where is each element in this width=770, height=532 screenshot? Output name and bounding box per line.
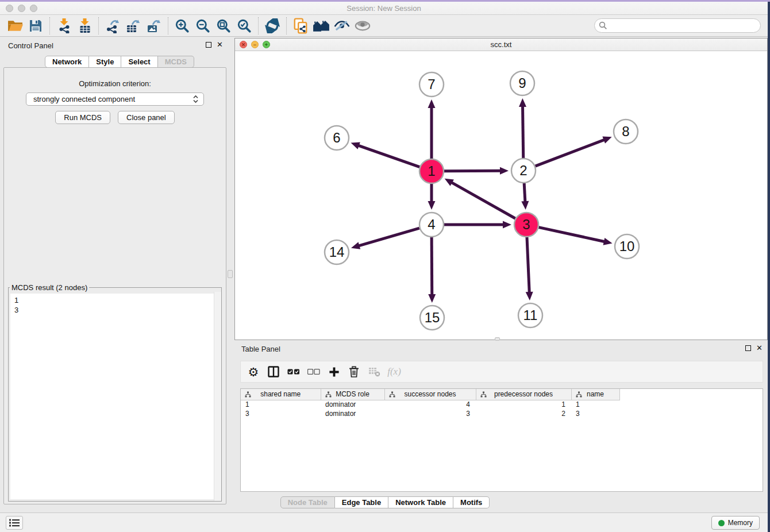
tab-network[interactable]: Network (45, 56, 89, 68)
graph-edge-3-10[interactable] (538, 228, 605, 242)
table-cell[interactable]: 4 (384, 400, 476, 409)
control-panel-tabs: NetworkStyleSelectMCDS (45, 56, 194, 68)
graph-node-label-7: 7 (428, 76, 435, 92)
tab-style[interactable]: Style (89, 56, 121, 68)
graph-node-label-15: 15 (425, 310, 440, 325)
add-row-icon[interactable] (326, 364, 342, 380)
table-row[interactable]: 1dominator411 (241, 400, 763, 409)
search-icon (599, 21, 607, 30)
graph-edge-4-14[interactable] (357, 228, 419, 246)
table-cell[interactable]: 1 (476, 400, 571, 409)
select-all-checkboxes-icon[interactable] (286, 364, 302, 380)
tab-select[interactable]: Select (121, 56, 157, 68)
table-cell[interactable]: 1 (571, 400, 619, 409)
graph-edge-3-1[interactable] (451, 182, 515, 219)
search-box (594, 18, 761, 33)
graph-edge-1-6[interactable] (357, 145, 419, 167)
table-cell[interactable]: dominator (321, 400, 384, 409)
column-header-predecessor-nodes[interactable]: predecessor nodes (476, 389, 571, 400)
table-settings-icon[interactable]: ⚙ (245, 364, 261, 380)
close-panel-button[interactable]: Close panel (118, 111, 175, 124)
show-all-icon[interactable] (352, 17, 373, 35)
column-header-filler (619, 389, 763, 400)
tab-network-table[interactable]: Network Table (388, 496, 453, 508)
graph-edge-3-11[interactable] (527, 237, 529, 294)
select-arrows-icon (192, 95, 199, 103)
memory-button[interactable]: Memory (711, 516, 760, 530)
graph-edge-arrowhead (603, 238, 613, 245)
zoom-out-icon[interactable] (192, 17, 213, 35)
delete-table-icon[interactable] (366, 364, 382, 380)
graph-edge-2-9[interactable] (523, 105, 523, 158)
toolbar-separator (286, 17, 287, 34)
open-session-icon[interactable] (5, 17, 25, 35)
window-title: Session: New Session (0, 4, 768, 13)
table-row[interactable]: 3dominator323 (241, 409, 763, 418)
apply-function-icon[interactable]: f(x) (386, 364, 402, 380)
import-network-icon[interactable] (53, 17, 74, 35)
window-titlebar: Session: New Session (0, 2, 768, 15)
column-header-successor-nodes[interactable]: successor nodes (384, 389, 476, 400)
mcds-result-text[interactable]: 13 (10, 294, 220, 499)
tab-motifs[interactable]: Motifs (453, 496, 490, 508)
show-panels-button[interactable] (6, 516, 23, 530)
save-session-icon[interactable] (25, 17, 46, 35)
zoom-selected-icon[interactable] (234, 17, 255, 35)
tab-node-table[interactable]: Node Table (280, 496, 335, 508)
network-canvas[interactable]: 1234678910111415 (235, 51, 767, 340)
zoom-in-icon[interactable] (172, 17, 192, 35)
first-neighbors-icon[interactable] (311, 17, 332, 35)
control-panel-title: Control Panel (8, 41, 53, 50)
float-panel-icon[interactable] (745, 345, 751, 351)
table-cell[interactable] (619, 409, 763, 418)
mcds-result-line: 1 (14, 295, 220, 305)
optimization-criterion-select[interactable]: strongly connected component (26, 92, 204, 106)
table-cell[interactable]: 3 (571, 409, 619, 418)
float-panel-icon[interactable] (206, 42, 211, 48)
run-mcds-button[interactable]: Run MCDS (55, 111, 110, 124)
result-scrollbar[interactable] (214, 292, 221, 501)
graph-edge-1-2[interactable] (444, 171, 502, 171)
optimization-criterion-value: strongly connected component (33, 95, 192, 103)
vertical-splitter-handle[interactable] (228, 270, 233, 278)
unselect-all-checkboxes-icon[interactable] (306, 364, 322, 380)
table-cell[interactable]: 3 (384, 409, 476, 418)
tab-mcds[interactable]: MCDS (158, 56, 194, 68)
graph-edge-2-8[interactable] (536, 140, 606, 167)
zoom-fit-icon[interactable] (213, 17, 234, 35)
graph-edge-2-3[interactable] (524, 183, 525, 203)
horizontal-splitter-handle[interactable] (495, 337, 500, 341)
graph-edge-arrowhead (503, 221, 511, 229)
graph-edge-4-15[interactable] (432, 237, 432, 296)
show-columns-icon[interactable] (265, 364, 282, 380)
export-table-icon[interactable] (123, 17, 144, 35)
column-header-shared-name[interactable]: shared name (241, 389, 321, 400)
graph-node-label-3: 3 (522, 217, 530, 232)
close-panel-icon[interactable]: ✕ (756, 345, 763, 351)
graph-edge-arrowhead (428, 99, 436, 108)
search-input[interactable] (594, 18, 761, 33)
graph-node-label-1: 1 (428, 163, 435, 179)
table-cell[interactable]: dominator (321, 409, 384, 418)
graph-edge-arrowhead (351, 142, 360, 149)
table-cell[interactable]: 3 (241, 409, 321, 418)
export-image-icon[interactable] (144, 17, 164, 35)
tab-edge-table[interactable]: Edge Table (335, 496, 388, 508)
hide-selected-icon[interactable] (332, 17, 352, 35)
column-header-mcds-role[interactable]: MCDS role (321, 389, 384, 400)
delete-row-icon[interactable] (346, 364, 362, 380)
new-network-from-selection-icon[interactable] (290, 17, 311, 35)
toolbar-separator (98, 17, 99, 34)
table-cell[interactable] (619, 400, 763, 409)
refresh-view-icon[interactable] (262, 17, 283, 35)
table-cell[interactable]: 2 (476, 409, 571, 418)
network-view-window: ✕ − + scc.txt 1234678910111415 (234, 38, 768, 340)
main-toolbar (0, 15, 768, 37)
export-network-icon[interactable] (102, 17, 123, 35)
toolbar-separator (258, 17, 259, 34)
graph-node-label-9: 9 (518, 75, 526, 91)
close-panel-icon[interactable]: ✕ (217, 42, 223, 48)
column-header-name[interactable]: name (571, 389, 619, 400)
table-cell[interactable]: 1 (241, 400, 321, 409)
import-table-icon[interactable] (74, 17, 95, 35)
